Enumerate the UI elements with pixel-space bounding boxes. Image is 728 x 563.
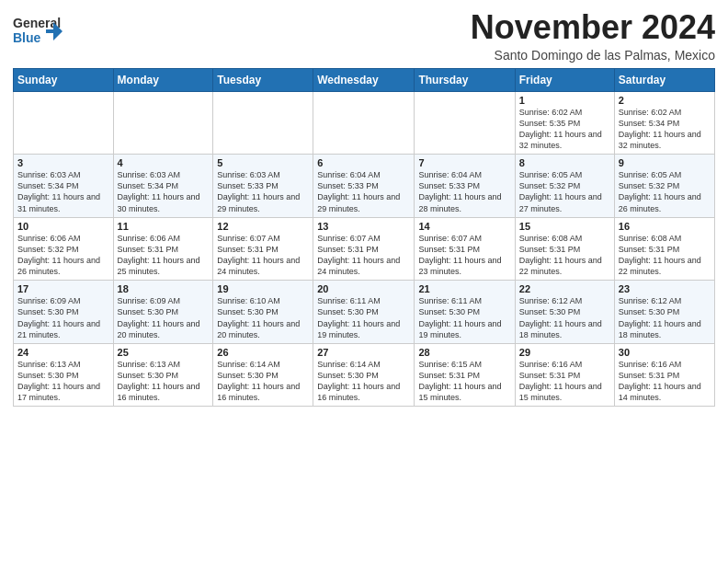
calendar-cell: 18Sunrise: 6:09 AM Sunset: 5:30 PM Dayli…	[113, 281, 213, 344]
header: General Blue November 2024 Santo Domingo…	[13, 9, 715, 63]
day-number: 12	[217, 221, 309, 232]
calendar-cell	[415, 91, 515, 155]
logo-area: General Blue	[13, 9, 63, 55]
day-number: 14	[418, 221, 510, 232]
day-number: 4	[118, 157, 210, 168]
day-header: Monday	[113, 68, 213, 91]
svg-text:Blue: Blue	[13, 30, 41, 45]
cell-info: Sunrise: 6:03 AM Sunset: 5:34 PM Dayligh…	[118, 169, 210, 214]
cell-info: Sunrise: 6:16 AM Sunset: 5:31 PM Dayligh…	[519, 359, 610, 404]
day-header: Wednesday	[313, 68, 415, 91]
calendar-cell: 14Sunrise: 6:07 AM Sunset: 5:31 PM Dayli…	[415, 217, 515, 281]
day-number: 10	[17, 221, 109, 232]
cell-info: Sunrise: 6:02 AM Sunset: 5:35 PM Dayligh…	[519, 107, 610, 152]
cell-info: Sunrise: 6:09 AM Sunset: 5:30 PM Dayligh…	[118, 295, 210, 340]
calendar-cell: 10Sunrise: 6:06 AM Sunset: 5:32 PM Dayli…	[14, 217, 114, 281]
calendar-cell: 4Sunrise: 6:03 AM Sunset: 5:34 PM Daylig…	[113, 155, 213, 218]
day-number: 3	[17, 157, 109, 168]
day-number: 16	[619, 221, 711, 232]
cell-info: Sunrise: 6:12 AM Sunset: 5:30 PM Dayligh…	[619, 295, 711, 340]
cell-info: Sunrise: 6:07 AM Sunset: 5:31 PM Dayligh…	[418, 233, 510, 278]
day-header: Saturday	[614, 68, 714, 91]
cell-info: Sunrise: 6:05 AM Sunset: 5:32 PM Dayligh…	[619, 169, 711, 214]
cell-info: Sunrise: 6:13 AM Sunset: 5:30 PM Dayligh…	[17, 359, 109, 404]
cell-info: Sunrise: 6:08 AM Sunset: 5:31 PM Dayligh…	[619, 233, 711, 278]
day-number: 9	[619, 157, 711, 168]
calendar-cell: 26Sunrise: 6:14 AM Sunset: 5:30 PM Dayli…	[213, 343, 313, 407]
day-number: 28	[418, 347, 510, 358]
calendar-week-row: 1Sunrise: 6:02 AM Sunset: 5:35 PM Daylig…	[14, 91, 715, 155]
calendar-cell	[213, 91, 313, 155]
logo-icon: General Blue	[13, 13, 63, 52]
location: Santo Domingo de las Palmas, Mexico	[471, 48, 715, 63]
calendar-cell: 13Sunrise: 6:07 AM Sunset: 5:31 PM Dayli…	[313, 217, 415, 281]
calendar-cell: 25Sunrise: 6:13 AM Sunset: 5:30 PM Dayli…	[113, 343, 213, 407]
day-number: 2	[619, 95, 711, 106]
day-number: 29	[519, 347, 610, 358]
day-number: 15	[519, 221, 610, 232]
calendar-cell: 7Sunrise: 6:04 AM Sunset: 5:33 PM Daylig…	[415, 155, 515, 218]
calendar-cell: 3Sunrise: 6:03 AM Sunset: 5:34 PM Daylig…	[14, 155, 114, 218]
calendar-week-row: 10Sunrise: 6:06 AM Sunset: 5:32 PM Dayli…	[14, 217, 715, 281]
logo: General Blue	[13, 13, 63, 55]
day-number: 24	[17, 347, 109, 358]
calendar-cell: 23Sunrise: 6:12 AM Sunset: 5:30 PM Dayli…	[614, 281, 714, 344]
calendar-cell: 27Sunrise: 6:14 AM Sunset: 5:30 PM Dayli…	[313, 343, 415, 407]
calendar-cell: 6Sunrise: 6:04 AM Sunset: 5:33 PM Daylig…	[313, 155, 415, 218]
cell-info: Sunrise: 6:07 AM Sunset: 5:31 PM Dayligh…	[317, 233, 410, 278]
day-header: Tuesday	[213, 68, 313, 91]
day-number: 11	[118, 221, 210, 232]
day-header: Friday	[515, 68, 614, 91]
cell-info: Sunrise: 6:11 AM Sunset: 5:30 PM Dayligh…	[418, 295, 510, 340]
calendar-cell: 1Sunrise: 6:02 AM Sunset: 5:35 PM Daylig…	[515, 91, 614, 155]
day-number: 17	[17, 283, 109, 294]
cell-info: Sunrise: 6:08 AM Sunset: 5:31 PM Dayligh…	[519, 233, 610, 278]
calendar-cell: 5Sunrise: 6:03 AM Sunset: 5:33 PM Daylig…	[213, 155, 313, 218]
day-number: 23	[619, 283, 711, 294]
calendar-cell: 12Sunrise: 6:07 AM Sunset: 5:31 PM Dayli…	[213, 217, 313, 281]
cell-info: Sunrise: 6:09 AM Sunset: 5:30 PM Dayligh…	[17, 295, 109, 340]
page: General Blue November 2024 Santo Domingo…	[0, 0, 728, 416]
day-number: 27	[317, 347, 410, 358]
cell-info: Sunrise: 6:16 AM Sunset: 5:31 PM Dayligh…	[619, 359, 711, 404]
day-number: 6	[317, 157, 410, 168]
day-number: 13	[317, 221, 410, 232]
cell-info: Sunrise: 6:12 AM Sunset: 5:30 PM Dayligh…	[519, 295, 610, 340]
day-number: 25	[118, 347, 210, 358]
calendar-week-row: 3Sunrise: 6:03 AM Sunset: 5:34 PM Daylig…	[14, 155, 715, 218]
cell-info: Sunrise: 6:10 AM Sunset: 5:30 PM Dayligh…	[217, 295, 309, 340]
calendar-cell: 15Sunrise: 6:08 AM Sunset: 5:31 PM Dayli…	[515, 217, 614, 281]
cell-info: Sunrise: 6:05 AM Sunset: 5:32 PM Dayligh…	[519, 169, 610, 214]
cell-info: Sunrise: 6:04 AM Sunset: 5:33 PM Dayligh…	[418, 169, 510, 214]
day-number: 5	[217, 157, 309, 168]
day-number: 30	[619, 347, 711, 358]
cell-info: Sunrise: 6:14 AM Sunset: 5:30 PM Dayligh…	[317, 359, 410, 404]
calendar-cell: 11Sunrise: 6:06 AM Sunset: 5:31 PM Dayli…	[113, 217, 213, 281]
month-title: November 2024	[471, 9, 715, 46]
calendar-cell: 16Sunrise: 6:08 AM Sunset: 5:31 PM Dayli…	[614, 217, 714, 281]
cell-info: Sunrise: 6:14 AM Sunset: 5:30 PM Dayligh…	[217, 359, 309, 404]
cell-info: Sunrise: 6:06 AM Sunset: 5:32 PM Dayligh…	[17, 233, 109, 278]
cell-info: Sunrise: 6:02 AM Sunset: 5:34 PM Dayligh…	[619, 107, 711, 152]
day-number: 8	[519, 157, 610, 168]
calendar-week-row: 17Sunrise: 6:09 AM Sunset: 5:30 PM Dayli…	[14, 281, 715, 344]
cell-info: Sunrise: 6:11 AM Sunset: 5:30 PM Dayligh…	[317, 295, 410, 340]
day-number: 7	[418, 157, 510, 168]
calendar-cell	[313, 91, 415, 155]
day-number: 20	[317, 283, 410, 294]
day-header: Thursday	[415, 68, 515, 91]
day-number: 21	[418, 283, 510, 294]
calendar-week-row: 24Sunrise: 6:13 AM Sunset: 5:30 PM Dayli…	[14, 343, 715, 407]
calendar-cell: 28Sunrise: 6:15 AM Sunset: 5:31 PM Dayli…	[415, 343, 515, 407]
calendar-cell: 29Sunrise: 6:16 AM Sunset: 5:31 PM Dayli…	[515, 343, 614, 407]
calendar-cell: 19Sunrise: 6:10 AM Sunset: 5:30 PM Dayli…	[213, 281, 313, 344]
calendar-cell: 17Sunrise: 6:09 AM Sunset: 5:30 PM Dayli…	[14, 281, 114, 344]
day-number: 19	[217, 283, 309, 294]
day-number: 22	[519, 283, 610, 294]
calendar-cell: 20Sunrise: 6:11 AM Sunset: 5:30 PM Dayli…	[313, 281, 415, 344]
calendar-cell: 30Sunrise: 6:16 AM Sunset: 5:31 PM Dayli…	[614, 343, 714, 407]
calendar-table: SundayMondayTuesdayWednesdayThursdayFrid…	[13, 68, 715, 408]
cell-info: Sunrise: 6:03 AM Sunset: 5:33 PM Dayligh…	[217, 169, 309, 214]
calendar-cell: 8Sunrise: 6:05 AM Sunset: 5:32 PM Daylig…	[515, 155, 614, 218]
calendar-cell	[113, 91, 213, 155]
